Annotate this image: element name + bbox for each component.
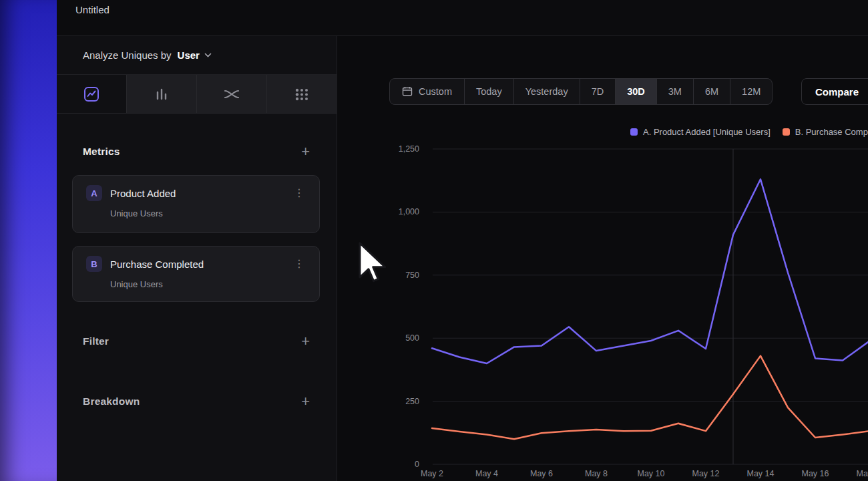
add-metric-button[interactable]: +: [301, 145, 310, 158]
flow-icon: [222, 86, 241, 103]
range-button-6m[interactable]: 6M: [693, 79, 730, 104]
x-axis-tick-label: May 12: [692, 469, 720, 478]
date-range-group: CustomTodayYesterday7D30D3M6M12M: [389, 78, 773, 105]
metrics-section-header: Metrics +: [83, 143, 310, 160]
x-axis-tick-label: May 14: [747, 469, 775, 478]
metric-subtitle[interactable]: Unique Users: [110, 208, 307, 218]
app-nav-strip: [0, 0, 57, 481]
range-label: 6M: [705, 86, 718, 97]
kebab-menu-icon[interactable]: ⋮: [291, 257, 307, 271]
compare-button[interactable]: Compare: [801, 78, 868, 105]
analyze-label: Analyze Uniques by: [83, 49, 172, 61]
y-axis-tick-label: 250: [405, 397, 419, 406]
range-button-7d[interactable]: 7D: [580, 79, 616, 104]
range-label: Custom: [419, 86, 452, 97]
metric-badge-a: A: [86, 185, 102, 201]
filter-heading: Filter: [83, 335, 109, 347]
series-line[interactable]: [432, 179, 868, 363]
chart-type-tabs: [57, 75, 337, 114]
y-axis-tick-label: 1,250: [399, 144, 419, 154]
metric-card-a[interactable]: A Product Added ⋮ Unique Users: [72, 175, 320, 233]
breakdown-section-header: Breakdown +: [83, 393, 310, 410]
retention-grid-icon: [293, 86, 310, 103]
filter-section-header: Filter +: [83, 333, 310, 350]
bar-chart-icon: [153, 86, 170, 103]
analyze-by-dropdown[interactable]: User: [178, 49, 200, 61]
app-window: Untitled Analyze Uniques by User Metrics…: [0, 0, 868, 481]
kebab-menu-icon[interactable]: ⋮: [291, 186, 307, 200]
series-line[interactable]: [432, 356, 868, 440]
x-axis-tick-label: May 6: [530, 469, 553, 478]
range-button-3m[interactable]: 3M: [656, 79, 693, 104]
range-label: 12M: [742, 86, 761, 97]
y-axis-tick-label: 0: [415, 460, 419, 469]
range-button-12m[interactable]: 12M: [730, 79, 772, 104]
range-button-30d[interactable]: 30D: [615, 79, 656, 104]
range-button-yesterday[interactable]: Yesterday: [513, 79, 580, 104]
report-title[interactable]: Untitled: [75, 4, 110, 15]
tab-line-chart[interactable]: [57, 75, 126, 113]
line-chart[interactable]: 02505007501,0001,250May 2May 4May 6May 8…: [337, 107, 868, 481]
tab-retention-grid[interactable]: [266, 75, 337, 113]
metric-card-row: B Purchase Completed ⋮: [86, 256, 307, 272]
metric-card-b[interactable]: B Purchase Completed ⋮ Unique Users: [72, 246, 320, 302]
metric-badge-b: B: [86, 256, 102, 272]
range-button-custom[interactable]: Custom: [390, 79, 464, 104]
metric-card-row: A Product Added ⋮: [86, 185, 307, 201]
y-axis-tick-label: 500: [405, 333, 419, 343]
top-bar: Untitled: [57, 0, 868, 36]
analyze-header: Analyze Uniques by User: [57, 36, 337, 75]
calendar-icon: [402, 86, 413, 97]
x-axis-tick-label: May 4: [475, 469, 498, 478]
range-label: 30D: [627, 86, 645, 97]
y-axis-tick-label: 1,000: [399, 207, 419, 216]
x-axis-tick-label: May 16: [802, 469, 829, 478]
metric-subtitle[interactable]: Unique Users: [110, 279, 307, 289]
line-chart-icon: [83, 86, 100, 103]
x-axis-tick-label: May 2: [421, 469, 443, 478]
query-builder-panel: Analyze Uniques by User Metrics + A: [57, 36, 337, 481]
x-axis-tick-label: May 18: [857, 469, 868, 478]
tab-bar-chart[interactable]: [126, 75, 196, 113]
range-label: Today: [476, 86, 502, 97]
metric-name: Product Added: [110, 188, 176, 199]
add-filter-button[interactable]: +: [301, 335, 310, 348]
metric-name: Purchase Completed: [110, 259, 204, 270]
breakdown-heading: Breakdown: [83, 395, 140, 408]
range-button-today[interactable]: Today: [464, 79, 513, 104]
add-breakdown-button[interactable]: +: [301, 395, 310, 408]
range-label: Yesterday: [525, 86, 568, 97]
range-label: 7D: [592, 86, 604, 97]
tab-flow[interactable]: [196, 75, 266, 113]
metrics-heading: Metrics: [83, 146, 120, 158]
chevron-down-icon: [204, 53, 212, 57]
x-axis-tick-label: May 10: [638, 469, 665, 478]
range-label: 3M: [668, 86, 682, 97]
y-axis-tick-label: 750: [405, 271, 419, 280]
x-axis-tick-label: May 8: [585, 469, 608, 478]
chart-panel: CustomTodayYesterday7D30D3M6M12M Compare…: [337, 36, 868, 481]
